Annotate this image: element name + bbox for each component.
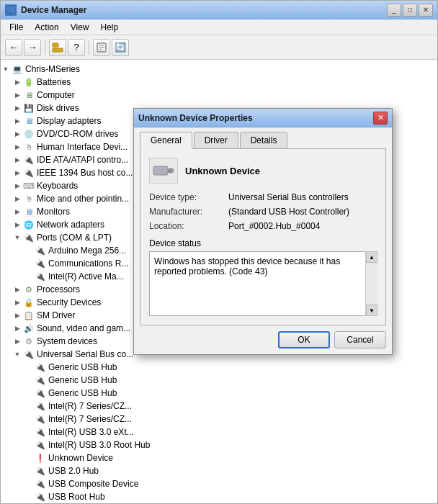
forward-button[interactable]: → — [24, 39, 41, 56]
help-toolbar-button[interactable]: ? — [68, 39, 85, 56]
menu-bar: File Action View Help — [1, 19, 437, 35]
close-button[interactable]: ✕ — [419, 4, 433, 17]
expand-icon[interactable] — [24, 401, 34, 411]
expand-icon[interactable]: ▶ — [12, 90, 22, 100]
device-icon — [149, 158, 178, 184]
tree-item[interactable]: 🔌 USB Root Hub — [1, 490, 437, 503]
expand-icon[interactable] — [24, 492, 34, 502]
cancel-button[interactable]: Cancel — [334, 331, 386, 348]
svg-rect-3 — [53, 43, 58, 47]
expand-icon[interactable] — [24, 479, 34, 489]
prop-device-type-label: Device type: — [149, 192, 228, 202]
expand-icon[interactable]: ▶ — [12, 297, 22, 307]
tree-label: Disk drives — [37, 103, 79, 113]
tree-item[interactable]: 🔌 Generic USB Hub — [1, 374, 437, 387]
expand-icon[interactable] — [24, 258, 34, 269]
tree-label: Security Devices — [37, 297, 101, 307]
refresh-button[interactable]: 🔄 — [112, 39, 129, 56]
tree-label: Mice and other pointin... — [37, 194, 129, 204]
tree-item[interactable]: ▶ 🖥 Computer — [1, 89, 437, 102]
tab-driver[interactable]: Driver — [194, 132, 238, 148]
tree-item[interactable]: 🔌 USB 2.0 Hub — [1, 464, 437, 477]
tree-button[interactable] — [49, 39, 66, 56]
tab-details[interactable]: Details — [240, 132, 288, 148]
dialog-title-text: Unknown Device Properties — [138, 113, 373, 123]
expand-icon[interactable]: ▶ — [12, 129, 22, 139]
node-icon: 🖥 — [23, 89, 35, 101]
expand-icon[interactable] — [24, 246, 34, 256]
expand-icon[interactable]: ▼ — [1, 64, 11, 74]
expand-icon[interactable] — [24, 453, 34, 463]
expand-icon[interactable] — [24, 466, 34, 476]
ok-button[interactable]: OK — [278, 331, 330, 348]
tree-label: Universal Serial Bus co... — [37, 349, 133, 359]
menu-action[interactable]: Action — [29, 21, 64, 34]
expand-icon[interactable]: ▶ — [12, 103, 22, 113]
tree-item[interactable]: 🔌 Intel(R) 7 Series/CZ... — [1, 413, 437, 426]
menu-file[interactable]: File — [4, 21, 29, 34]
expand-icon[interactable]: ▶ — [12, 77, 22, 87]
expand-icon[interactable]: ▶ — [12, 194, 22, 204]
node-icon: ⌨ — [23, 180, 35, 192]
expand-icon[interactable] — [24, 271, 34, 282]
tree-item[interactable]: 🔌 Intel(R) USB 3.0 Root Hub — [1, 438, 437, 451]
node-icon: 🖥 — [23, 115, 35, 127]
tree-item[interactable]: 🔌 USB Composite Device — [1, 477, 437, 490]
scroll-down-arrow[interactable]: ▼ — [366, 305, 377, 316]
tree-label: Monitors — [37, 207, 70, 217]
dialog-buttons: OK Cancel — [134, 325, 392, 354]
dialog-close-button[interactable]: ✕ — [373, 112, 388, 125]
device-status-box[interactable]: Windows has stopped this device because … — [149, 251, 377, 316]
tree-item[interactable]: 🔌 Intel(R) USB 3.0 eXt... — [1, 426, 437, 438]
expand-icon[interactable]: ▶ — [12, 310, 22, 320]
expand-icon[interactable]: ▼ — [12, 233, 22, 243]
maximize-button[interactable]: □ — [403, 4, 417, 17]
expand-icon[interactable]: ▶ — [12, 220, 22, 230]
dialog-tabs: General Driver Details — [134, 127, 392, 148]
tree-item[interactable]: ▼ 💻 Chris-MSeries — [1, 63, 437, 76]
tree-label: USB 2.0 Hub — [48, 466, 99, 476]
title-bar-icon — [5, 4, 17, 16]
tree-label: Keyboards — [37, 181, 78, 191]
tab-general[interactable]: General — [140, 132, 192, 149]
expand-icon[interactable] — [24, 414, 34, 424]
expand-icon[interactable]: ▶ — [12, 207, 22, 217]
tree-label: Arduino Mega 256... — [48, 246, 126, 256]
node-icon: 🔌 — [35, 478, 46, 490]
tree-label: Intel(R) 7 Series/CZ... — [48, 414, 132, 424]
node-icon: 🔌 — [23, 232, 35, 243]
expand-icon[interactable]: ▶ — [12, 116, 22, 126]
expand-icon[interactable]: ▶ — [12, 155, 22, 165]
expand-icon[interactable] — [24, 388, 34, 398]
menu-view[interactable]: View — [65, 21, 95, 34]
prop-location: Location: Port_#0002.Hub_#0004 — [149, 221, 377, 231]
tree-item[interactable]: 🔌 Generic USB Hub — [1, 361, 437, 374]
expand-icon[interactable] — [24, 440, 34, 450]
expand-icon[interactable]: ▶ — [12, 142, 22, 152]
tree-item[interactable]: 🔌 Generic USB Hub — [1, 387, 437, 400]
expand-icon[interactable]: ▶ — [12, 284, 22, 294]
expand-icon[interactable]: ▶ — [12, 323, 22, 333]
tree-label: Intel(R) Active Ma... — [48, 271, 124, 282]
status-box-container: Windows has stopped this device because … — [149, 251, 377, 316]
minimize-button[interactable]: _ — [387, 4, 401, 17]
expand-icon[interactable] — [24, 375, 34, 385]
expand-icon[interactable]: ▶ — [12, 181, 22, 191]
properties-button[interactable] — [93, 39, 110, 56]
expand-icon[interactable]: ▶ — [12, 336, 22, 346]
node-icon: 💻 — [12, 63, 23, 75]
tree-item[interactable]: 🔌 Intel(R) 7 Series/CZ... — [1, 400, 437, 413]
expand-icon[interactable] — [24, 362, 34, 372]
expand-icon[interactable]: ▶ — [12, 168, 22, 178]
unknown-device-properties-dialog[interactable]: Unknown Device Properties ✕ General Driv… — [133, 108, 393, 355]
status-scrollbar: ▲ ▼ — [365, 251, 377, 316]
menu-help[interactable]: Help — [95, 21, 125, 34]
expand-icon[interactable] — [24, 427, 34, 437]
tree-item[interactable]: ❗ Unknown Device — [1, 451, 437, 464]
tree-item[interactable]: ▶ 🔋 Batteries — [1, 76, 437, 89]
title-bar-controls: _ □ ✕ — [387, 4, 433, 17]
scroll-up-arrow[interactable]: ▲ — [366, 251, 377, 263]
tree-label: Generic USB Hub — [48, 375, 117, 385]
back-button[interactable]: ← — [5, 39, 22, 56]
expand-icon[interactable]: ▼ — [12, 349, 22, 359]
